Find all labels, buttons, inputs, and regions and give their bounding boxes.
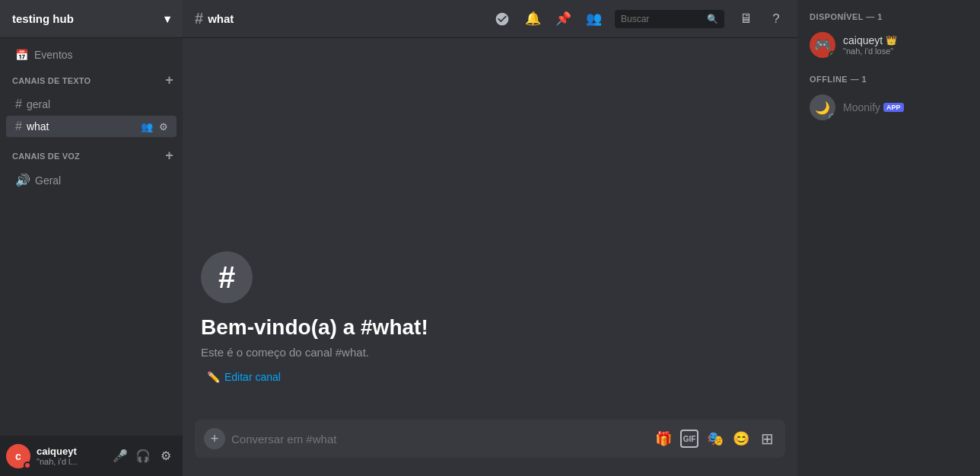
- emoji-icon[interactable]: 😊: [732, 430, 750, 448]
- user-avatar-letter: c: [15, 450, 21, 462]
- member-info-caiqueyt: caiqueyt 👑 "nah, i'd lose": [843, 34, 968, 56]
- user-settings-button[interactable]: ⚙: [155, 446, 177, 467]
- gear-icon: ⚙: [161, 449, 171, 463]
- member-name-moonify: Moonify APP: [843, 101, 968, 113]
- server-header[interactable]: testing hub ▾: [0, 0, 183, 38]
- chat-input-icons: 🎁 GIF 🎭 😊 ⊞: [654, 430, 776, 448]
- text-channels-label: Canais de Texto: [12, 76, 91, 85]
- text-channels-header[interactable]: Canais de Texto +: [0, 68, 183, 93]
- voice-channel-name-geral: Geral: [35, 174, 170, 187]
- user-status-dot: [24, 462, 31, 469]
- user-panel: c caiqueyt "nah, i'd l... 🎤 🎧 ⚙: [0, 436, 183, 476]
- manage-users-icon[interactable]: 👥: [140, 120, 154, 133]
- gift-icon[interactable]: 🎁: [654, 430, 673, 448]
- stickers-icon[interactable]: 🎭: [706, 430, 724, 448]
- member-status-caiqueyt: "nah, i'd lose": [843, 46, 968, 56]
- calendar-icon: 📅: [15, 49, 28, 61]
- topbar-icons: 🔔 📌 👥 🔍 🖥 ?: [493, 10, 785, 28]
- threads-icon[interactable]: [493, 10, 511, 28]
- channel-name-what: what: [27, 120, 140, 133]
- app-badge-moonify: APP: [883, 103, 904, 112]
- mute-button[interactable]: 🎤: [110, 446, 131, 467]
- app-container: testing hub ▾ 📅 Eventos Canais de Texto …: [0, 0, 980, 476]
- notifications-icon[interactable]: 🔔: [523, 10, 542, 28]
- edit-channel-button[interactable]: ✏️ Editar canal: [201, 368, 287, 386]
- chat-add-button[interactable]: +: [204, 428, 225, 449]
- member-list-icon[interactable]: 👥: [584, 10, 603, 28]
- welcome-title: Bem-vindo(a) a #what!: [201, 315, 779, 340]
- events-label: Eventos: [34, 49, 73, 61]
- search-bar[interactable]: 🔍: [615, 10, 724, 28]
- sidebar-content: 📅 Eventos Canais de Texto + # geral # wh…: [0, 38, 183, 436]
- user-name: caiqueyt: [37, 446, 103, 457]
- topbar-channel-name: what: [208, 12, 234, 25]
- chat-input[interactable]: [231, 433, 648, 446]
- chat-messages: # Bem-vindo(a) a #what! Este é o começo …: [183, 38, 797, 420]
- text-channels-section: Canais de Texto + # geral # what 👥 ⚙: [0, 68, 183, 137]
- voice-channels-header[interactable]: Canais de Voz +: [0, 143, 183, 168]
- welcome-icon: #: [201, 251, 253, 303]
- welcome-hash-symbol: #: [218, 260, 235, 295]
- chat-input-bar: + 🎁 GIF 🎭 😊 ⊞: [195, 420, 785, 458]
- deafen-button[interactable]: 🎧: [132, 446, 154, 467]
- headphones-icon: 🎧: [135, 449, 151, 463]
- server-name: testing hub: [12, 12, 74, 25]
- member-caiqueyt[interactable]: 🎮 caiqueyt 👑 "nah, i'd lose": [803, 27, 974, 62]
- right-panel: Disponível — 1 🎮 caiqueyt 👑 "nah, i'd lo…: [797, 0, 980, 476]
- add-text-channel-button[interactable]: +: [162, 71, 177, 90]
- sidebar: testing hub ▾ 📅 Eventos Canais de Texto …: [0, 0, 183, 476]
- channel-what-actions: 👥 ⚙: [140, 120, 170, 133]
- apps-icon[interactable]: ⊞: [758, 430, 776, 448]
- welcome-desc: Este é o começo do canal #what.: [201, 346, 779, 359]
- topbar: # what 🔔 📌 👥 🔍 🖥 ?: [183, 0, 797, 38]
- voice-channels-section: Canais de Voz + 🔊 Geral: [0, 143, 183, 191]
- topbar-hash-icon: #: [195, 10, 203, 27]
- user-status: "nah, i'd l...: [37, 457, 103, 466]
- member-online-status-caiqueyt: [829, 51, 835, 58]
- crown-icon: 👑: [886, 35, 897, 46]
- add-voice-channel-button[interactable]: +: [162, 146, 177, 165]
- voice-channel-geral[interactable]: 🔊 Geral: [6, 169, 177, 191]
- member-moonify[interactable]: 🌙 Moonify APP: [803, 90, 974, 125]
- member-avatar-caiqueyt: 🎮: [810, 32, 835, 58]
- help-icon[interactable]: ?: [767, 10, 785, 28]
- hash-icon-what: #: [15, 120, 22, 133]
- member-avatar-moonify: 🌙: [810, 94, 835, 120]
- search-input[interactable]: [621, 14, 702, 24]
- main-content: # what 🔔 📌 👥 🔍 🖥 ?: [183, 0, 797, 476]
- search-icon: 🔍: [707, 14, 718, 24]
- chat-area: # Bem-vindo(a) a #what! Este é o começo …: [183, 38, 797, 476]
- user-avatar[interactable]: c: [6, 444, 30, 468]
- channel-what[interactable]: # what 👥 ⚙: [6, 116, 177, 137]
- settings-icon[interactable]: ⚙: [157, 120, 170, 133]
- user-info: caiqueyt "nah, i'd l...: [37, 446, 103, 466]
- user-controls: 🎤 🎧 ⚙: [110, 446, 177, 467]
- channel-geral[interactable]: # geral: [6, 94, 177, 115]
- hash-icon-geral: #: [15, 97, 22, 111]
- offline-members-header: Offline — 1: [803, 75, 974, 90]
- server-dropdown-icon: ▾: [164, 12, 170, 26]
- gif-icon[interactable]: GIF: [680, 430, 698, 448]
- mute-icon: 🎤: [113, 449, 128, 463]
- edit-channel-label: Editar canal: [224, 371, 281, 383]
- member-name-caiqueyt: caiqueyt 👑: [843, 34, 968, 46]
- pinned-messages-icon[interactable]: 📌: [554, 10, 572, 28]
- channel-name-geral: geral: [27, 98, 170, 110]
- inbox-icon[interactable]: 🖥: [737, 10, 755, 28]
- voice-channels-label: Canais de Voz: [12, 152, 80, 161]
- member-offline-status-moonify: [829, 113, 835, 120]
- topbar-channel: # what: [195, 10, 234, 27]
- chat-input-wrap: + 🎁 GIF 🎭 😊 ⊞: [183, 420, 797, 476]
- sidebar-item-events[interactable]: 📅 Eventos: [6, 45, 177, 65]
- online-members-header: Disponível — 1: [803, 12, 974, 27]
- pencil-icon: ✏️: [207, 371, 220, 383]
- channel-welcome: # Bem-vindo(a) a #what! Este é o começo …: [183, 239, 797, 404]
- speaker-icon-geral: 🔊: [15, 173, 30, 187]
- member-info-moonify: Moonify APP: [843, 101, 968, 113]
